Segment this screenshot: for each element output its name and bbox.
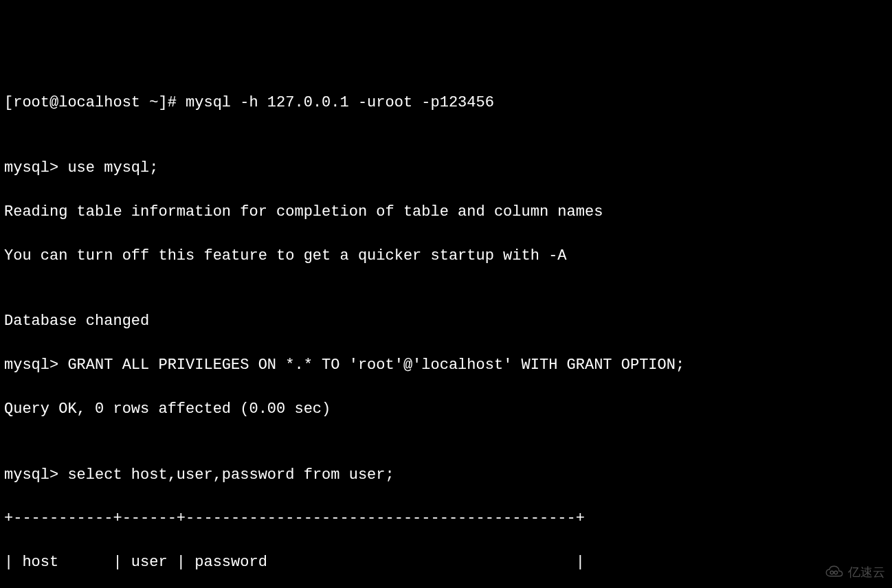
svg-point-0 [830, 571, 834, 574]
db-changed-line: Database changed [4, 310, 888, 332]
turnoff-info-line: You can turn off this feature to get a q… [4, 245, 888, 267]
query-ok-line: Query OK, 0 rows affected (0.00 sec) [4, 398, 888, 420]
mysql-line-grant: mysql> GRANT ALL PRIVILEGES ON *.* TO 'r… [4, 354, 888, 376]
mysql-prompt: mysql> [4, 159, 67, 177]
mysql-cmd-select: select host,user,password from user; [67, 466, 394, 484]
mysql-cmd-grant: GRANT ALL PRIVILEGES ON *.* TO 'root'@'l… [67, 357, 684, 374]
reading-info-line: Reading table information for completion… [4, 201, 888, 223]
svg-point-1 [834, 571, 838, 574]
watermark: 亿速云 [825, 563, 885, 581]
mysql-prompt: mysql> [4, 466, 67, 484]
cloud-icon [825, 565, 844, 579]
shell-prompt: [root@localhost ~]# [4, 94, 186, 111]
mysql-cmd-use: use mysql; [67, 159, 158, 177]
shell-line: [root@localhost ~]# mysql -h 127.0.0.1 -… [4, 92, 888, 114]
mysql-line-use: mysql> use mysql; [4, 157, 888, 179]
watermark-text: 亿速云 [848, 563, 885, 581]
shell-command: mysql -h 127.0.0.1 -uroot -p123456 [186, 94, 494, 111]
table-header: | host | user | password | [4, 552, 888, 574]
mysql-line-select: mysql> select host,user,password from us… [4, 464, 888, 486]
mysql-prompt: mysql> [4, 357, 67, 374]
table-border: +-----------+------+--------------------… [4, 508, 888, 530]
